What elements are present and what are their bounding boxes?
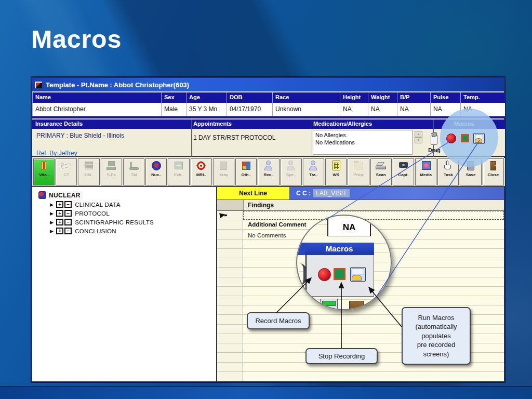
toolbar-button-label: TM	[124, 172, 144, 177]
tree-item-protocol[interactable]: ▶+−PROTOCOL	[50, 210, 216, 217]
findings-column-header: Findings	[244, 200, 504, 210]
toolbar-button-label: PrVw	[348, 172, 368, 177]
toolbar-button-label: Xray	[214, 172, 234, 177]
column-header: Temp.	[460, 92, 505, 103]
toolbar-button-capt[interactable]: Capt.	[393, 158, 414, 185]
toolbar-button-oth[interactable]: Oth..	[235, 158, 257, 185]
tree-item-label: CONCLUSION	[75, 228, 116, 234]
cc-value: LAB_VISIT	[313, 189, 350, 197]
findings-cell[interactable]	[243, 211, 504, 220]
app-icon	[35, 82, 42, 88]
slide-title: Macros	[31, 25, 122, 54]
toolbar-button-vita[interactable]: Vita..	[33, 158, 55, 185]
tree-plus-icon[interactable]: +	[56, 210, 63, 217]
column-header: Age	[186, 92, 227, 103]
tree-expand-arrow[interactable]: ▶	[50, 220, 54, 225]
toolbar-button-tm[interactable]: TM	[123, 158, 144, 185]
toolbar-button-label: Close	[483, 172, 503, 177]
stop-macro-button[interactable]	[461, 134, 469, 142]
toolbar-button-prvw[interactable]: PrVw	[348, 158, 369, 185]
tree-expand-arrow[interactable]: ▶	[50, 229, 54, 234]
record-macro-button[interactable]	[446, 134, 456, 143]
row-marker-cell	[217, 372, 243, 381]
chief-complaint-bar: C C :LAB_VISIT	[290, 187, 504, 200]
no-comments-text: No Comments	[248, 232, 286, 238]
row-marker-cell	[217, 220, 243, 229]
tree-minus-icon[interactable]: −	[64, 210, 72, 217]
window-titlebar[interactable]: Template - Pt.Name : Abbot Christopher(6…	[32, 78, 504, 91]
insurance-header: Insurance Details	[35, 121, 83, 127]
drug-icon[interactable]	[428, 130, 440, 147]
row-marker-cell	[217, 353, 243, 362]
findings-cell[interactable]	[243, 372, 504, 381]
patient-table-header: NameSexAgeDOBRaceHeightWeightB/PPulseTem…	[32, 92, 505, 103]
row-marker-cell	[217, 315, 243, 324]
magnifier-circle: NA Macros	[296, 215, 392, 310]
tree-item-conclusion[interactable]: ▶+−CONCLUSION	[50, 228, 216, 234]
toolbar-button-label: CT	[56, 172, 76, 177]
cc-prefix: C C :	[296, 190, 311, 197]
tree-item-label: SCINTIGRAPHIC RESULTS	[75, 219, 154, 225]
toolbar-button-label: Tra..	[303, 172, 324, 177]
run-macro-button[interactable]	[473, 133, 485, 144]
tree-plus-icon[interactable]: +	[56, 228, 63, 234]
divider	[32, 116, 505, 118]
patient-cell: NA	[340, 103, 368, 116]
medications-list[interactable]: No Allergies.No Medications	[313, 130, 413, 155]
echo-icon	[172, 161, 185, 171]
close-door-icon	[487, 161, 499, 171]
toolbar-button-xray[interactable]: Xray	[213, 158, 234, 185]
toolbar-button-label: S.Ec	[101, 172, 122, 177]
patient-cell: 35 Y 3 Mn	[186, 103, 227, 116]
patient-table-row[interactable]: Abbot ChristopherMale35 Y 3 Mn04/17/1970…	[32, 103, 505, 116]
insurance-ref-by: Ref. By:Jeffrey	[36, 150, 77, 157]
toolbar-button-ws[interactable]: WS	[325, 158, 347, 185]
patient-cell: NA	[368, 103, 397, 116]
toolbar-button-media[interactable]: Media	[415, 158, 436, 185]
presentation-slide: Macros Template - Pt.Name : Abbot Christ…	[0, 0, 532, 399]
mri-icon	[195, 161, 207, 171]
next-line-button[interactable]: Next Line	[217, 187, 290, 200]
toolbar-button-mri[interactable]: MRI..	[191, 158, 212, 185]
toolbar-button-spe[interactable]: Spe..	[281, 158, 302, 185]
template-tree-panel: NUCLEAR ▶+−CLINICAL DATA▶+−PROTOCOL▶+−SC…	[32, 187, 217, 381]
grid-row[interactable]	[217, 372, 504, 381]
tree-item-scintigraphic-results[interactable]: ▶+−SCINTIGRAPHIC RESULTS	[50, 219, 216, 225]
toolbar-button-label: Oth..	[236, 172, 256, 177]
medication-line: No Medications	[315, 139, 410, 146]
tree-root-label: NUCLEAR	[49, 192, 81, 199]
patient-cell: Abbot Christopher	[32, 103, 161, 116]
toolbar-button-rec[interactable]: Rec..	[258, 158, 279, 185]
tree-minus-icon[interactable]: −	[64, 228, 72, 234]
tree-plus-icon[interactable]: +	[56, 219, 63, 225]
section-header-bar: Insurance Details Appointments Medicatio…	[32, 119, 505, 129]
toolbar-button-ech[interactable]: Ech..	[168, 158, 189, 185]
tree-minus-icon[interactable]: −	[64, 201, 72, 208]
tree-expand-arrow[interactable]: ▶	[50, 202, 54, 207]
scroll-up-icon[interactable]: ▲	[415, 131, 422, 137]
holter-icon	[83, 161, 95, 171]
tree-plus-icon[interactable]: +	[56, 201, 63, 208]
toolbar-button-close[interactable]: Close	[483, 158, 504, 185]
tree-expand-arrow[interactable]: ▶	[50, 211, 54, 216]
medications-header: Medications/Allergies	[313, 121, 372, 127]
tree-item-clinical-data[interactable]: ▶+−CLINICAL DATA	[50, 201, 216, 208]
column-header: Sex	[161, 92, 186, 103]
toolbar-button-tra[interactable]: Tra..	[303, 158, 324, 185]
toolbar-button-scan[interactable]: Scan	[370, 158, 392, 185]
tree-root[interactable]: NUCLEAR	[38, 191, 216, 199]
scroll-down-icon[interactable]: ▼	[415, 137, 422, 143]
divider	[312, 119, 312, 157]
patient-cell: Unknown	[272, 103, 340, 116]
toolbar-button-hm[interactable]: HM..	[78, 158, 99, 185]
magnified-record-icon	[318, 268, 331, 281]
toolbar-button-nuc[interactable]: Nuc..	[145, 158, 167, 185]
row-marker-cell	[217, 343, 243, 352]
divider	[191, 119, 192, 157]
row-marker-cell	[217, 249, 243, 258]
toolbar-button-sec[interactable]: S.Ec	[101, 158, 122, 185]
tree-minus-icon[interactable]: −	[64, 219, 72, 225]
toolbar-button-ct[interactable]: CT	[56, 158, 77, 185]
row-marker-cell	[217, 230, 243, 238]
toolbar-button-label: HM..	[78, 172, 99, 177]
